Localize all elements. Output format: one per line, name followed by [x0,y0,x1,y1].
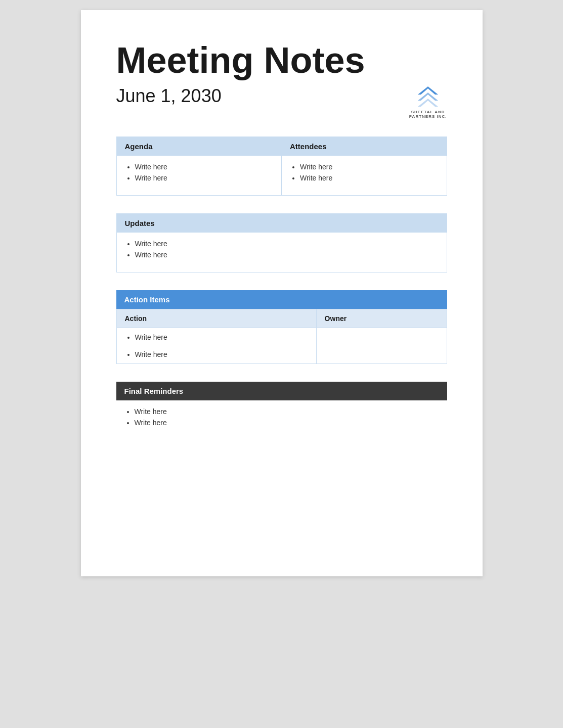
header-title: Meeting Notes [116,40,447,80]
attendees-column: Attendees Write here Write here [282,137,447,195]
action-items-header: Action Items [116,290,447,309]
list-item: Write here [135,333,308,341]
updates-section: Updates Write here Write here [116,213,447,272]
list-item: Write here [135,251,439,259]
list-item: Write here [135,174,274,182]
attendees-body: Write here Write here [282,156,447,195]
list-item: Write here [135,350,308,358]
action-items-section: Action Items Action Owner Write here Wri… [116,290,447,364]
table-row: Write here Write here [116,328,447,364]
owner-col-header: Owner [316,309,447,328]
action-items-list: Write here Write here [125,333,308,358]
attendees-header: Attendees [282,137,447,156]
final-reminders-list: Write here Write here [124,407,439,427]
updates-header: Updates [117,214,447,233]
list-item: Write here [135,419,439,427]
agenda-body: Write here Write here [117,156,282,195]
logo-icon [416,85,440,108]
updates-body: Write here Write here [117,233,447,272]
logo-text: SHEETAL ANDPARTNERS INC. [409,110,447,119]
agenda-list: Write here Write here [125,163,274,182]
list-item: Write here [135,407,439,416]
final-reminders-header: Final Reminders [116,382,447,400]
list-item: Write here [300,174,439,182]
logo-container: SHEETAL ANDPARTNERS INC. [409,85,447,119]
final-reminders-section: Final Reminders Write here Write here [116,382,447,440]
list-item: Write here [135,163,274,171]
agenda-header: Agenda [117,137,282,156]
list-item: Write here [300,163,439,171]
action-items-table: Action Owner Write here Write here [116,309,447,364]
header-date: June 1, 2030 [116,85,222,107]
action-cell: Write here Write here [116,328,316,364]
agenda-attendees-section: Agenda Write here Write here Attendees W… [116,136,447,196]
agenda-column: Agenda Write here Write here [117,137,282,195]
owner-cell [316,328,447,364]
updates-list: Write here Write here [125,240,439,259]
header-date-row: June 1, 2030 SHEETAL ANDPARTNERS INC. [116,85,447,119]
action-col-header: Action [116,309,316,328]
list-item: Write here [135,240,439,248]
action-table-header: Action Owner [116,309,447,328]
document-page: Meeting Notes June 1, 2030 SHEETAL ANDPA… [81,10,483,576]
attendees-list: Write here Write here [290,163,439,182]
final-reminders-body: Write here Write here [116,400,447,440]
